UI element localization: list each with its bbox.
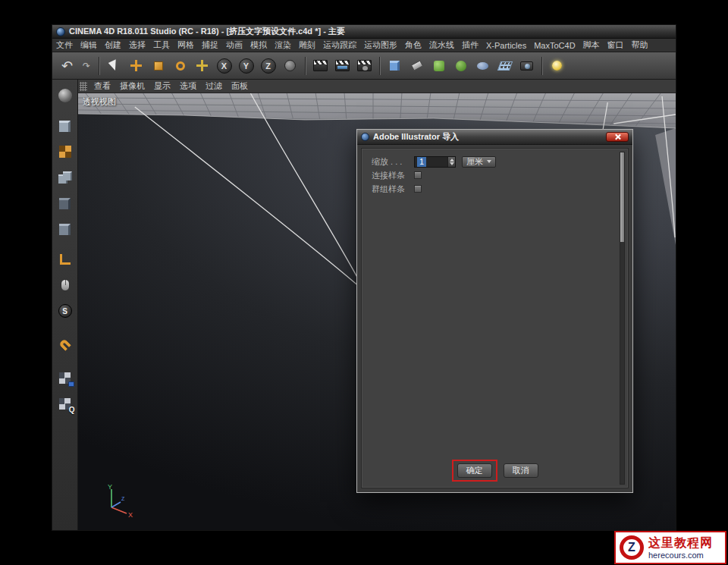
window-title-bar[interactable]: CINEMA 4D R18.011 Studio (RC - R18) - [挤… xyxy=(52,25,676,39)
live-selection-button[interactable] xyxy=(104,55,124,76)
toolbar-separator xyxy=(99,57,99,75)
checker-icon xyxy=(59,146,71,158)
menu-item-file[interactable]: 文件 xyxy=(52,38,77,52)
menu-item-mograph[interactable]: 运动图形 xyxy=(360,38,401,52)
lock-z-axis-button[interactable]: Z xyxy=(258,55,278,76)
model-mode-button[interactable] xyxy=(55,116,75,136)
array-grid-icon xyxy=(497,61,512,71)
group-splines-label: 群组样条 xyxy=(372,184,408,195)
last-tool-button[interactable] xyxy=(192,55,212,76)
menu-item-xparticles[interactable]: X-Particles xyxy=(482,39,530,52)
cube-icon xyxy=(59,121,71,132)
viewport-menu-panel[interactable]: 面板 xyxy=(227,80,253,93)
add-cube-button[interactable] xyxy=(384,55,405,76)
lock-x-axis-button[interactable]: X xyxy=(214,55,234,76)
edges-cube-icon xyxy=(59,224,71,235)
cube-primitive-icon xyxy=(390,61,400,71)
axis-x-label: X xyxy=(128,511,133,519)
site-name: 这里教程网 xyxy=(648,535,713,550)
menu-item-animate[interactable]: 动画 xyxy=(222,38,246,52)
menu-item-edit[interactable]: 编辑 xyxy=(77,38,101,52)
array-button[interactable] xyxy=(494,55,515,76)
points-mode-button[interactable] xyxy=(55,193,75,213)
texture-mode-button[interactable] xyxy=(55,142,75,162)
render-settings-icon xyxy=(357,60,372,71)
menu-item-script[interactable]: 脚本 xyxy=(579,38,604,52)
scale-input[interactable]: 1 xyxy=(414,156,456,168)
dialog-app-icon xyxy=(361,133,369,141)
watermark-text: 这里教程网 herecours.com xyxy=(648,535,713,559)
menu-item-character[interactable]: 角色 xyxy=(401,38,425,52)
lock-workplane-button[interactable] xyxy=(55,368,75,388)
simulation-button[interactable] xyxy=(450,55,471,76)
menu-item-select[interactable]: 选择 xyxy=(125,38,149,52)
viewport-menu-view[interactable]: 查看 xyxy=(89,80,115,93)
render-view-button[interactable] xyxy=(310,55,331,76)
quantize-toggle-button[interactable]: Q xyxy=(55,394,75,413)
menu-item-mesh[interactable]: 网格 xyxy=(174,38,198,52)
cancel-button[interactable]: 取消 xyxy=(504,463,538,478)
unit-dropdown[interactable]: 厘米 xyxy=(462,156,496,168)
undo-button[interactable]: ↶ xyxy=(57,55,77,76)
simulation-icon xyxy=(456,61,466,71)
window-title: CINEMA 4D R18.011 Studio (RC - R18) - [挤… xyxy=(69,26,345,37)
edges-mode-button[interactable] xyxy=(55,219,75,239)
snap-toggle-button[interactable]: S xyxy=(55,301,75,321)
deformer-button[interactable] xyxy=(472,55,493,76)
left-tool-palette: S Q xyxy=(52,80,78,530)
group-splines-checkbox[interactable] xyxy=(414,185,422,193)
axis-y-label: Y xyxy=(108,483,112,491)
dialog-scrollbar[interactable] xyxy=(620,152,625,485)
menu-item-motion-tracker[interactable]: 运动跟踪 xyxy=(319,38,360,52)
menu-item-help[interactable]: 帮助 xyxy=(628,38,652,52)
close-button[interactable] xyxy=(606,132,629,142)
viewport-menu-cameras[interactable]: 摄像机 xyxy=(115,80,149,93)
ok-button[interactable]: 确定 xyxy=(457,463,492,478)
mograph-button[interactable] xyxy=(428,55,449,76)
move-tool-button[interactable] xyxy=(126,55,146,76)
menu-item-maxtoc4d[interactable]: MaxToC4D xyxy=(530,39,579,52)
menu-item-plugins[interactable]: 插件 xyxy=(458,38,482,52)
rotate-tool-button[interactable] xyxy=(170,55,190,76)
menu-item-pipeline[interactable]: 流水线 xyxy=(425,38,458,52)
spinner-control[interactable] xyxy=(447,157,455,167)
light-button[interactable] xyxy=(547,55,567,76)
render-settings-button[interactable] xyxy=(354,55,375,76)
scale-tool-button[interactable] xyxy=(148,55,168,76)
menu-item-tools[interactable]: 工具 xyxy=(149,38,174,52)
last-tool-icon xyxy=(196,60,208,71)
render-picture-viewer-button[interactable] xyxy=(332,55,353,76)
dialog-buttons: 确定 取消 xyxy=(362,460,628,482)
dialog-title-bar[interactable]: Adobe Illustrator 导入 xyxy=(357,130,632,145)
mograph-icon xyxy=(434,61,444,71)
viewport-solo-button[interactable] xyxy=(55,275,75,295)
camera-button[interactable] xyxy=(516,55,537,76)
menu-item-simulate[interactable]: 模拟 xyxy=(246,38,271,52)
workplane-mode-button[interactable] xyxy=(55,168,75,187)
coordinate-system-button[interactable] xyxy=(280,55,300,76)
menu-item-create[interactable]: 创建 xyxy=(101,38,125,52)
connect-splines-checkbox[interactable] xyxy=(414,171,422,179)
menu-item-render[interactable]: 渲染 xyxy=(271,38,295,52)
redo-button[interactable]: ↷ xyxy=(79,55,94,76)
scrollbar-thumb[interactable] xyxy=(620,152,624,242)
points-cube-icon xyxy=(59,198,71,209)
viewport-menu-options[interactable]: 选项 xyxy=(175,80,201,93)
axis-icon xyxy=(60,254,71,265)
enable-axis-button[interactable] xyxy=(55,250,75,269)
axis-z-label: Z xyxy=(121,496,125,501)
sculpt-icon xyxy=(410,60,423,71)
quantize-icon: Q xyxy=(69,406,75,414)
site-logo-icon: Z xyxy=(620,535,644,560)
magnet-tool-button[interactable] xyxy=(55,334,75,354)
sculpt-tools-button[interactable] xyxy=(406,55,427,76)
lock-y-axis-button[interactable]: Y xyxy=(236,55,256,76)
menu-item-sculpt[interactable]: 雕刻 xyxy=(295,38,319,52)
menu-item-snap[interactable]: 捕捉 xyxy=(198,38,222,52)
deformer-icon xyxy=(477,62,488,70)
viewport-menu-filter[interactable]: 过滤 xyxy=(201,80,227,93)
make-editable-button[interactable] xyxy=(55,86,75,105)
viewport-menu-handle[interactable] xyxy=(80,82,87,91)
viewport-menu-display[interactable]: 显示 xyxy=(149,80,175,93)
menu-item-window[interactable]: 窗口 xyxy=(604,38,628,52)
